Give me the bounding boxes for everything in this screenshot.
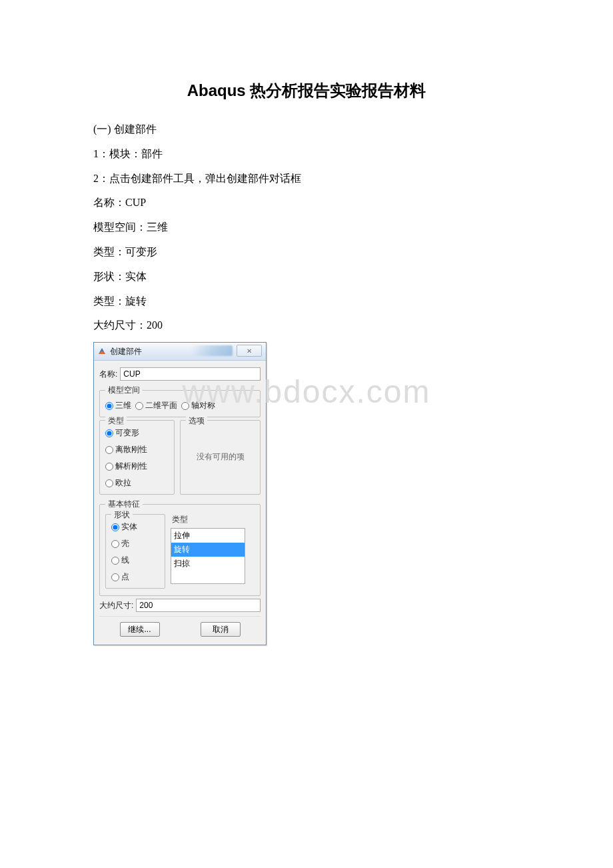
text-line: 类型：旋转: [93, 289, 520, 314]
text-line: (一) 创建部件: [93, 117, 520, 142]
list-item-sweep[interactable]: 扫掠: [171, 557, 245, 571]
model-space-group: 模型空间 三维 二维平面 轴对称: [99, 385, 261, 417]
base-feature-legend: 基本特征: [105, 499, 143, 510]
radio-solid-input[interactable]: [111, 523, 119, 531]
name-label: 名称:: [99, 369, 117, 380]
document-title: Abaqus 热分析报告实验报告材料: [93, 80, 520, 101]
text-line: 大约尺寸：200: [93, 313, 520, 338]
text-line: 模型空间：三维: [93, 215, 520, 240]
model-space-legend: 模型空间: [105, 385, 143, 396]
radio-analytical-label: 解析刚性: [115, 461, 147, 472]
radio-analytical[interactable]: 解析刚性: [105, 461, 169, 472]
radio-solid[interactable]: 实体: [111, 521, 159, 533]
continue-button[interactable]: 继续...: [120, 622, 160, 637]
dialog-button-row: 继续... 取消: [99, 616, 261, 639]
text-line: 2：点击创建部件工具，弹出创建部件对话框: [93, 167, 520, 191]
radio-3d-input[interactable]: [105, 402, 113, 410]
radio-analytical-input[interactable]: [105, 463, 113, 471]
radio-deformable-input[interactable]: [105, 429, 113, 437]
type-listbox[interactable]: 拉伸 旋转 扫掠: [171, 528, 245, 584]
text-line: 名称：CUP: [93, 191, 520, 215]
base-feature-group: 基本特征 形状 实体 壳 线 点 类型: [99, 499, 261, 596]
radio-deformable[interactable]: 可变形: [105, 427, 169, 439]
radio-shell-input[interactable]: [111, 540, 119, 548]
type-list-wrap: 类型 拉伸 旋转 扫掠: [171, 514, 255, 589]
radio-shell-label: 壳: [121, 538, 129, 549]
list-item-extrude[interactable]: 拉伸: [171, 529, 245, 543]
radio-solid-label: 实体: [121, 521, 137, 533]
type-legend: 类型: [105, 415, 127, 427]
radio-discrete-label: 离散刚性: [115, 444, 147, 455]
options-empty-text: 没有可用的项: [186, 425, 255, 489]
list-item-revolve[interactable]: 旋转: [171, 543, 245, 557]
radio-euler-label: 欧拉: [115, 477, 131, 489]
close-button[interactable]: ✕: [237, 345, 262, 357]
approx-size-row: 大约尺寸:: [99, 599, 261, 612]
text-line: 1：模块：部件: [93, 142, 520, 167]
radio-wire-input[interactable]: [111, 557, 119, 565]
name-input[interactable]: [120, 367, 261, 381]
radio-euler[interactable]: 欧拉: [105, 477, 169, 489]
radio-wire-label: 线: [121, 555, 129, 566]
app-icon: [97, 346, 107, 357]
create-part-dialog: 创建部件 ✕ 名称: 模型空间 三维 二维平面 轴对称 类型: [93, 342, 267, 645]
text-line: 形状：实体: [93, 265, 520, 289]
radio-axis-label: 轴对称: [191, 400, 215, 411]
options-legend: 选项: [186, 415, 207, 427]
text-line: 类型：可变形: [93, 240, 520, 265]
shape-group: 形状 实体 壳 线 点: [105, 514, 165, 589]
type-list-legend: 类型: [171, 514, 255, 528]
radio-discrete-input[interactable]: [105, 446, 113, 454]
radio-discrete[interactable]: 离散刚性: [105, 444, 169, 455]
titlebar-blur: [191, 345, 233, 356]
dialog-title: 创建部件: [110, 346, 142, 357]
name-row: 名称:: [99, 367, 261, 381]
close-icon: ✕: [247, 347, 252, 355]
radio-2d-label: 二维平面: [145, 400, 177, 411]
radio-2d[interactable]: 二维平面: [135, 400, 177, 411]
type-group: 类型 可变形 离散刚性 解析刚性 欧拉: [99, 420, 175, 495]
cancel-button[interactable]: 取消: [201, 622, 241, 637]
approx-size-label: 大约尺寸:: [99, 600, 133, 611]
radio-point[interactable]: 点: [111, 571, 159, 583]
dialog-body: 名称: 模型空间 三维 二维平面 轴对称 类型 可变形 离散刚性 解析刚性: [94, 361, 266, 645]
radio-wire[interactable]: 线: [111, 555, 159, 566]
radio-shell[interactable]: 壳: [111, 538, 159, 549]
radio-3d[interactable]: 三维: [105, 400, 131, 411]
radio-axis[interactable]: 轴对称: [181, 400, 215, 411]
radio-2d-input[interactable]: [135, 402, 143, 410]
shape-legend: 形状: [111, 509, 133, 521]
radio-point-label: 点: [121, 571, 129, 583]
radio-deformable-label: 可变形: [115, 427, 139, 439]
radio-euler-input[interactable]: [105, 479, 113, 487]
radio-axis-input[interactable]: [181, 402, 189, 410]
document-page: Abaqus 热分析报告实验报告材料 (一) 创建部件 1：模块：部件 2：点击…: [0, 0, 613, 699]
radio-3d-label: 三维: [115, 400, 131, 411]
options-group: 选项 没有可用的项: [180, 420, 261, 495]
radio-point-input[interactable]: [111, 573, 119, 581]
dialog-titlebar[interactable]: 创建部件 ✕: [94, 343, 266, 361]
approx-size-input[interactable]: [136, 599, 261, 612]
